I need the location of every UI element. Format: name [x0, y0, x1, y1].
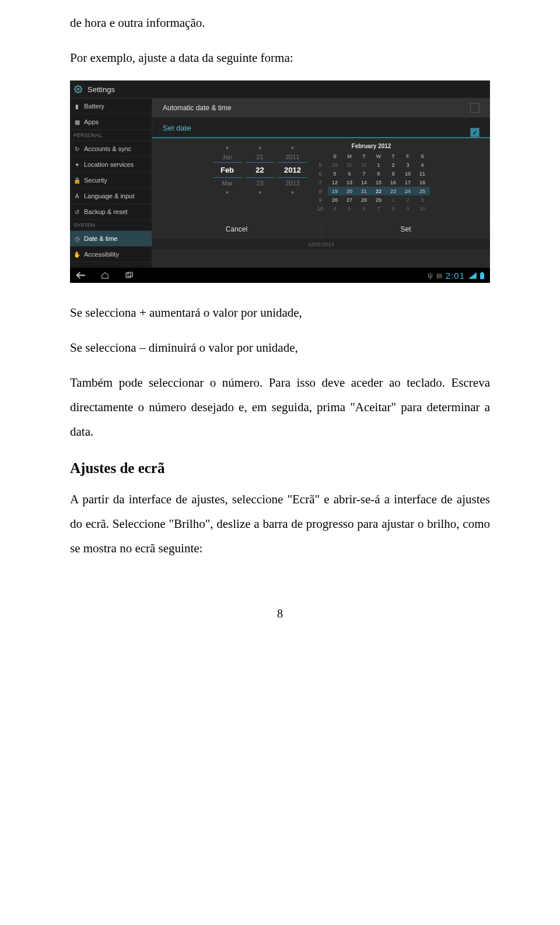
set-date-dialog-title: Set date	[152, 118, 490, 138]
calendar-day-cell[interactable]: 10	[401, 169, 415, 178]
battery-icon	[480, 272, 484, 279]
svg-rect-3	[480, 273, 484, 279]
calendar-weekday-header: F	[401, 152, 415, 160]
calendar-day-cell[interactable]: 30	[342, 160, 357, 169]
day-spinner[interactable]: ▲212223▼	[246, 143, 275, 213]
calendar-day-cell[interactable]: 14	[357, 178, 372, 187]
calendar-day-cell[interactable]: 23	[386, 187, 401, 195]
sidebar-item-language-input[interactable]: ALanguage & input	[70, 188, 152, 204]
year-spinner[interactable]: ▲201120122013▼	[278, 143, 307, 213]
sidebar-item-apps[interactable]: ▦Apps	[70, 114, 152, 130]
spinner-value[interactable]: Mar	[213, 178, 242, 188]
option-checkbox-checked[interactable]: ✓	[470, 128, 480, 137]
calendar-day-cell[interactable]: 2	[386, 160, 401, 169]
backup-icon: ↺	[74, 209, 80, 215]
calendar-day-cell[interactable]: 26	[328, 195, 342, 204]
spinner-up-icon[interactable]: ▲	[213, 143, 242, 152]
sidebar-item-security[interactable]: 🔒Security	[70, 173, 152, 188]
spinner-value[interactable]: 2013	[278, 178, 307, 188]
calendar-day-cell[interactable]: 7	[372, 204, 386, 213]
selected-date-display: 12/31/2012	[152, 239, 490, 250]
spinner-up-icon[interactable]: ▲	[246, 143, 275, 152]
calendar-day-cell[interactable]: 22	[372, 187, 386, 195]
calendar-day-cell[interactable]: 29	[328, 160, 342, 169]
calendar-day-cell[interactable]: 25	[415, 187, 430, 195]
calendar-day-cell[interactable]: 7	[357, 169, 372, 178]
svg-point-0	[77, 88, 79, 90]
calendar-day-cell[interactable]: 4	[415, 160, 430, 169]
calendar-day-cell[interactable]: 6	[342, 169, 357, 178]
home-icon[interactable]	[100, 272, 110, 279]
calendar-day-cell[interactable]: 10	[415, 204, 430, 213]
sidebar-item-battery[interactable]: ▮Battery	[70, 99, 152, 114]
gear-icon	[74, 85, 83, 94]
auto-date-time-checkbox[interactable]	[470, 103, 480, 113]
sidebar-item-developer-options[interactable]: { }Developer options	[70, 262, 152, 268]
calendar-day-cell[interactable]: 19	[328, 187, 342, 195]
calendar-day-cell[interactable]: 20	[342, 187, 357, 195]
spinner-up-icon[interactable]: ▲	[278, 143, 307, 152]
calendar-day-cell[interactable]: 21	[357, 187, 372, 195]
spinner-value[interactable]: 2012	[278, 162, 307, 178]
calendar-day-cell[interactable]: 9	[401, 204, 415, 213]
back-icon[interactable]	[76, 272, 85, 279]
calendar-day-cell[interactable]: 6	[357, 204, 372, 213]
calendar-day-cell[interactable]: 13	[342, 178, 357, 187]
calendar-day-cell[interactable]: 29	[372, 195, 386, 204]
spinner-value[interactable]: 21	[246, 152, 275, 162]
spinner-value[interactable]: 22	[246, 162, 275, 178]
sidebar-item-backup-reset[interactable]: ↺Backup & reset	[70, 204, 152, 220]
spinner-value[interactable]: 23	[246, 178, 275, 188]
svg-rect-4	[481, 272, 484, 273]
calendar-day-cell[interactable]: 28	[357, 195, 372, 204]
calendar-week-number: 10	[313, 204, 328, 213]
sidebar-item-accounts-sync[interactable]: ↻Accounts & sync	[70, 141, 152, 157]
screen-adjust-instructions: A partir da interface de ajustes, selecc…	[70, 487, 490, 560]
calendar-day-cell[interactable]: 11	[415, 169, 430, 178]
calendar-day-cell[interactable]: 8	[386, 204, 401, 213]
calendar-day-cell[interactable]: 2	[401, 195, 415, 204]
calendar-widget[interactable]: February 2012 SMTWTFS5293031123465678910…	[313, 143, 430, 213]
spinner-value[interactable]: 2011	[278, 152, 307, 162]
automatic-date-time-row[interactable]: Automatic date & time	[152, 99, 490, 118]
calendar-weekday-header: W	[372, 152, 386, 160]
calendar-day-cell[interactable]: 16	[386, 178, 401, 187]
calendar-day-cell[interactable]: 3	[415, 195, 430, 204]
calendar-day-cell[interactable]: 12	[328, 178, 342, 187]
clock-icon: ◷	[74, 236, 80, 242]
svg-rect-2	[128, 272, 132, 276]
calendar-day-cell[interactable]: 17	[401, 178, 415, 187]
sidebar-item-accessibility[interactable]: ✋Accessibility	[70, 247, 152, 262]
month-spinner[interactable]: ▲JanFebMar▼	[213, 143, 242, 213]
calendar-weekday-header: S	[415, 152, 430, 160]
calendar-day-cell[interactable]: 31	[357, 160, 372, 169]
calendar-day-cell[interactable]: 5	[328, 169, 342, 178]
sidebar-item-label: Language & input	[84, 192, 134, 199]
spinner-down-icon[interactable]: ▼	[278, 188, 307, 197]
calendar-weekday-header: T	[386, 152, 401, 160]
calendar-day-cell[interactable]: 5	[342, 204, 357, 213]
calendar-day-cell[interactable]: 9	[386, 169, 401, 178]
cancel-button[interactable]: Cancel	[152, 219, 321, 239]
set-button[interactable]: Set	[321, 219, 490, 239]
recent-apps-icon[interactable]	[125, 272, 134, 279]
sidebar-item-date-time[interactable]: ◷Date & time	[70, 231, 152, 247]
calendar-day-cell[interactable]: 8	[372, 169, 386, 178]
calendar-day-cell[interactable]: 4	[328, 204, 342, 213]
spinner-down-icon[interactable]: ▼	[246, 188, 275, 197]
sidebar-item-location-services[interactable]: ✦Location services	[70, 157, 152, 173]
spinner-value[interactable]: Feb	[213, 162, 242, 178]
calendar-day-cell[interactable]: 24	[401, 187, 415, 195]
calendar-day-cell[interactable]: 15	[372, 178, 386, 187]
calendar-day-cell[interactable]: 18	[415, 178, 430, 187]
language-icon: A	[74, 193, 80, 199]
calendar-day-cell[interactable]: 1	[372, 160, 386, 169]
spinner-down-icon[interactable]: ▼	[213, 188, 242, 197]
calendar-day-cell[interactable]: 3	[401, 160, 415, 169]
calendar-day-cell[interactable]: 27	[342, 195, 357, 204]
calendar-week-number: 9	[313, 195, 328, 204]
sidebar-item-label: Accounts & sync	[84, 145, 131, 152]
spinner-value[interactable]: Jan	[213, 152, 242, 162]
calendar-day-cell[interactable]: 1	[386, 195, 401, 204]
lock-icon: 🔒	[74, 177, 80, 184]
